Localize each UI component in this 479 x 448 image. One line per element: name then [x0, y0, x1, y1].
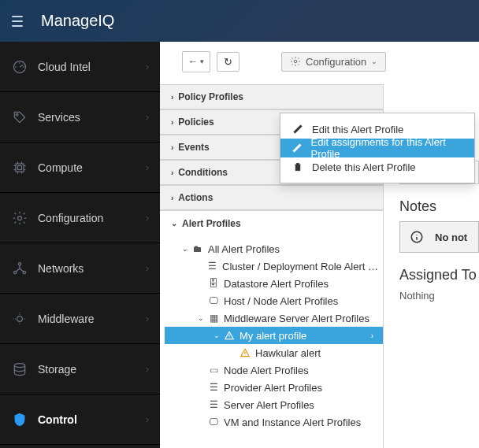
shield-icon	[11, 411, 28, 428]
svg-point-9	[14, 363, 24, 367]
sidebar-item-control[interactable]: Control ›	[0, 394, 160, 445]
sidebar-item-services[interactable]: Services ›	[0, 92, 160, 143]
tree-section-policy-profiles[interactable]: ›Policy Profiles	[160, 84, 383, 109]
configuration-dropdown-button[interactable]: Configuration ⌄	[281, 52, 386, 72]
chevron-right-icon: ›	[146, 262, 149, 274]
alert-icon	[239, 347, 251, 358]
dashboard-icon	[11, 58, 28, 76]
chevron-right-icon: ›	[146, 61, 149, 72]
chevron-right-icon: ›	[146, 212, 149, 224]
arrow-left-icon: ←	[188, 56, 198, 67]
pencil-icon	[291, 123, 304, 135]
sidebar-item-networks[interactable]: Networks ›	[0, 243, 160, 294]
notes-heading: Notes	[399, 198, 479, 215]
svg-rect-3	[18, 165, 22, 169]
tree-node-cluster[interactable]: ☰Cluster / Deployment Role Alert …	[165, 257, 383, 275]
svg-rect-2	[16, 164, 24, 172]
sidebar-item-storage[interactable]: Storage ›	[0, 344, 160, 394]
back-button[interactable]: ← ▾	[183, 52, 210, 72]
chevron-right-icon: ›	[146, 413, 149, 425]
history-button-group: ← ▾	[182, 51, 210, 72]
dropdown-delete-profile[interactable]: Delete this Alert Profile	[280, 157, 474, 176]
stack-icon: ☰	[207, 399, 220, 410]
tree-node-server[interactable]: ☰Server Alert Profiles	[165, 396, 383, 413]
configuration-dropdown: Edit this Alert Profile Edit assignments…	[280, 113, 475, 183]
storage-icon	[11, 361, 28, 378]
assigned-value: Nothing	[399, 290, 479, 302]
sidebar-item-middleware[interactable]: Middleware ›	[0, 294, 160, 344]
hamburger-menu[interactable]	[8, 12, 27, 31]
svg-point-4	[18, 216, 22, 220]
tree-node-my-alert-profile[interactable]: ⌄My alert profile›	[165, 327, 383, 344]
stack-icon: ☰	[207, 382, 220, 393]
chevron-right-icon: ›	[146, 313, 149, 324]
tree-node-provider[interactable]: ☰Provider Alert Profiles	[165, 379, 383, 396]
tree-section-alert-profiles[interactable]: ⌄Alert Profiles	[160, 210, 383, 235]
svg-point-5	[18, 262, 20, 265]
brand-logo: ManageIQ	[41, 12, 114, 30]
svg-point-10	[294, 60, 297, 63]
svg-point-1	[16, 113, 18, 116]
node-icon: ▭	[207, 365, 220, 376]
sidebar-item-cloud-intel[interactable]: Cloud Intel ›	[0, 42, 160, 92]
network-icon	[11, 260, 28, 277]
sidebar-item-configuration[interactable]: Configuration ›	[0, 193, 160, 243]
tree-node-middleware[interactable]: ⌄▦Middleware Server Alert Profiles	[165, 309, 383, 327]
mw-icon: ▦	[207, 313, 220, 324]
tree-node-datastore[interactable]: 🗄Datastore Alert Profiles	[165, 275, 383, 292]
trash-icon	[291, 161, 304, 173]
tree-node-vm[interactable]: 🖵VM and Instance Alert Profiles	[165, 413, 383, 431]
folder-icon: 🖿	[191, 243, 204, 254]
tree-node-hawkular[interactable]: Hawkular alert	[165, 344, 383, 361]
tree-node-node[interactable]: ▭Node Alert Profiles	[165, 361, 383, 379]
middleware-icon	[11, 310, 28, 328]
chevron-right-icon: ›	[146, 161, 149, 173]
cpu-icon	[11, 159, 28, 176]
tree-section-actions[interactable]: ›Actions	[160, 185, 383, 210]
screen-icon: 🖵	[207, 295, 220, 306]
sidebar: Cloud Intel › Services › Compute › Confi…	[0, 42, 160, 448]
chevron-right-icon: ›	[146, 363, 149, 375]
gear-icon	[11, 209, 28, 227]
tree-root-all-alert-profiles[interactable]: ⌄🖿All Alert Profiles	[165, 240, 383, 257]
refresh-icon: ↻	[224, 56, 232, 68]
alert-icon	[223, 330, 236, 341]
dropdown-edit-assignments[interactable]: Edit assignments for this Alert Profile	[280, 139, 474, 157]
screen-icon: 🖵	[207, 417, 220, 428]
assigned-heading: Assigned To	[399, 267, 479, 283]
caret-down-icon: ▾	[200, 57, 204, 65]
chevron-right-icon: ›	[371, 331, 373, 340]
pencil-icon	[291, 142, 303, 154]
stack-icon: ☰	[206, 261, 218, 272]
refresh-button[interactable]: ↻	[217, 52, 240, 72]
gear-icon	[290, 56, 301, 67]
db-icon: 🗄	[207, 278, 220, 289]
info-icon	[410, 230, 424, 244]
notes-box: No not	[399, 221, 479, 253]
tree-node-host[interactable]: 🖵Host / Node Alert Profiles	[165, 292, 383, 309]
tag-icon	[11, 109, 28, 126]
sidebar-item-compute[interactable]: Compute ›	[0, 143, 160, 193]
chevron-right-icon: ›	[146, 111, 149, 123]
svg-point-8	[17, 316, 23, 321]
caret-down-icon: ⌄	[371, 57, 377, 65]
